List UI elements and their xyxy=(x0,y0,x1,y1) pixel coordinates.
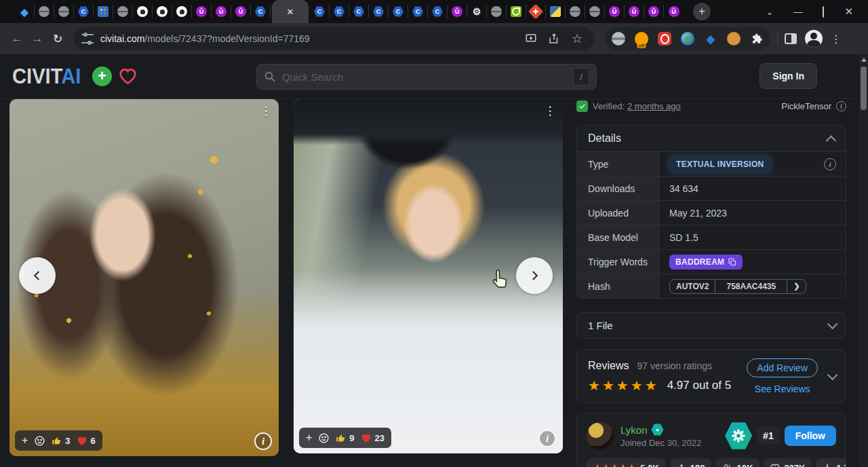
tab-globe[interactable] xyxy=(487,5,507,18)
tab-ublock[interactable]: Û xyxy=(605,5,625,18)
forward-icon[interactable]: → xyxy=(27,29,47,49)
tab-ublock[interactable]: Û xyxy=(231,5,251,18)
tab-globe[interactable] xyxy=(585,5,605,18)
tab-civitai[interactable]: C xyxy=(349,5,369,18)
type-info-icon[interactable]: i xyxy=(824,158,836,170)
share-icon[interactable] xyxy=(545,30,563,48)
tab-civitai[interactable]: C xyxy=(408,5,428,18)
thumbs-up-icon xyxy=(52,436,62,446)
heart-count: 6 xyxy=(91,436,96,446)
format-info-icon[interactable]: i xyxy=(836,101,846,111)
chevron-down-icon[interactable] xyxy=(827,370,838,381)
tab-globe[interactable] xyxy=(566,5,585,18)
tab-nvidia[interactable] xyxy=(507,5,526,18)
verified-time-link[interactable]: 2 months ago xyxy=(627,101,681,111)
tab-civitai[interactable]: C xyxy=(330,5,349,18)
tab-ublock[interactable]: Û xyxy=(644,5,664,18)
side-panel-icon[interactable] xyxy=(785,33,797,44)
extension-cookie-icon[interactable] xyxy=(727,32,741,45)
tab-civitai[interactable]: C xyxy=(74,5,94,18)
tab-gear[interactable]: ⚙ xyxy=(467,5,487,18)
site-settings-icon[interactable] xyxy=(81,34,94,43)
reload-icon[interactable]: ↻ xyxy=(47,29,68,49)
image-menu-icon[interactable]: ⋮ xyxy=(257,102,275,119)
image-menu-icon[interactable]: ⋮ xyxy=(541,102,559,119)
create-plus-button[interactable]: + xyxy=(92,67,112,86)
add-review-button[interactable]: Add Review xyxy=(747,358,818,377)
extension-earth-icon[interactable] xyxy=(681,32,694,45)
details-header[interactable]: Details xyxy=(577,126,846,151)
smiley-icon[interactable] xyxy=(34,435,45,447)
extension-globe-icon[interactable] xyxy=(612,32,625,45)
address-bar[interactable]: civitai.com/models/72437?modelVersionId=… xyxy=(73,27,594,50)
tab-civitai[interactable]: C xyxy=(251,5,271,18)
tab-ublock[interactable]: Û xyxy=(448,5,467,18)
image-info-icon[interactable]: i xyxy=(538,430,556,447)
tab-ublock[interactable]: Û xyxy=(212,5,231,18)
tab-appstore[interactable] xyxy=(94,5,113,18)
carousel-prev-button[interactable] xyxy=(19,257,56,294)
heart-reaction[interactable]: 23 xyxy=(361,433,384,443)
tab-globe[interactable] xyxy=(54,5,74,18)
appstore-favicon xyxy=(98,6,108,17)
tab-civitai[interactable]: C xyxy=(369,5,389,18)
profile-avatar[interactable] xyxy=(805,30,823,48)
active-tab[interactable]: ✕ xyxy=(272,0,309,23)
tab-github[interactable] xyxy=(153,5,172,18)
tab-github[interactable] xyxy=(133,5,153,18)
tab-civitai[interactable]: C xyxy=(428,5,448,18)
sign-in-button[interactable]: Sign In xyxy=(760,63,817,89)
scrollbar-thumb[interactable] xyxy=(861,67,867,110)
heart-reaction[interactable]: 6 xyxy=(77,436,96,446)
install-icon[interactable] xyxy=(522,30,540,48)
add-reaction-icon[interactable]: + xyxy=(306,432,312,444)
hash-expand-icon[interactable]: ❯ xyxy=(787,280,806,293)
add-reaction-icon[interactable]: + xyxy=(22,434,28,447)
search-input[interactable] xyxy=(282,71,573,83)
see-reviews-link[interactable]: See Reviews xyxy=(755,384,810,394)
creator-verified-badge-icon xyxy=(651,424,663,436)
creator-avatar[interactable] xyxy=(587,422,614,449)
minimize-icon[interactable]: — xyxy=(793,7,802,17)
civitai-logo[interactable]: CIVITAI xyxy=(12,64,81,89)
tab-globe[interactable] xyxy=(113,5,133,18)
tab-gem[interactable]: ◆ xyxy=(15,5,35,18)
tab-ublock[interactable]: Û xyxy=(664,5,684,18)
bookmark-star-icon[interactable]: ☆ xyxy=(568,30,586,48)
type-badge[interactable]: TEXTUAL INVERSION xyxy=(669,157,771,172)
favorites-heart-icon[interactable] xyxy=(119,68,137,85)
browser-menu-icon[interactable]: ⋮ xyxy=(831,33,842,45)
scroll-up-arrow-icon[interactable] xyxy=(861,58,867,62)
tab-python[interactable] xyxy=(546,5,566,18)
tab-github[interactable] xyxy=(172,5,192,18)
extensions-puzzle-icon[interactable] xyxy=(750,32,764,45)
tab-search-chevron-icon[interactable]: ⌄ xyxy=(766,7,774,17)
follow-button[interactable]: Follow xyxy=(785,426,836,446)
page-scrollbar[interactable] xyxy=(859,54,868,467)
tab-civitai[interactable]: C xyxy=(310,5,330,18)
creator-name[interactable]: Lykon xyxy=(620,424,647,436)
quick-search-box[interactable]: / xyxy=(256,64,597,90)
like-reaction[interactable]: 9 xyxy=(336,433,354,443)
tab-ublock[interactable]: Û xyxy=(625,5,644,18)
close-tab-icon[interactable]: ✕ xyxy=(287,7,294,17)
image-info-icon[interactable]: i xyxy=(254,432,272,450)
new-tab-button[interactable]: + xyxy=(693,3,711,20)
like-reaction[interactable]: 3 xyxy=(52,436,70,446)
tab-globe[interactable] xyxy=(35,5,54,18)
tab-git[interactable] xyxy=(526,5,546,18)
back-icon[interactable]: ← xyxy=(7,29,27,49)
smiley-icon[interactable] xyxy=(318,432,330,444)
files-header[interactable]: 1 File xyxy=(577,313,846,338)
tab-civitai[interactable]: C xyxy=(389,5,408,18)
extension-flame-icon[interactable]: off xyxy=(635,32,648,45)
tab-ublock[interactable]: Û xyxy=(192,5,212,18)
restore-icon[interactable] xyxy=(823,7,824,17)
close-window-icon[interactable]: ✕ xyxy=(844,5,853,18)
extension-red-o-icon[interactable] xyxy=(658,32,671,45)
trigger-word-badge[interactable]: BADDREAM xyxy=(669,255,743,269)
extension-gem-icon[interactable]: ◆ xyxy=(704,32,717,45)
carousel-next-button[interactable] xyxy=(516,257,553,294)
copy-icon[interactable] xyxy=(728,258,736,266)
hash-pill[interactable]: AUTOV2 758AAC4435 ❯ xyxy=(669,279,806,294)
